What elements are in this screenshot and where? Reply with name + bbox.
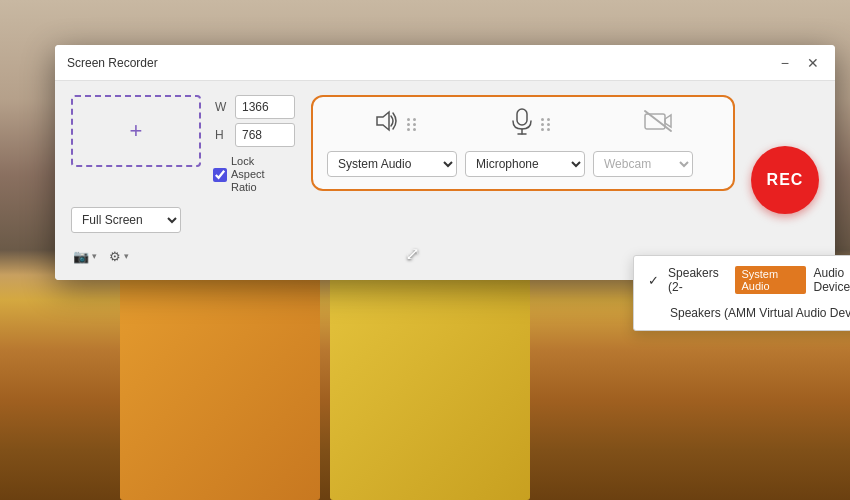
dropdown-item-speakers[interactable]: ✓ Speakers (2- System Audio Audio Device… — [634, 260, 850, 300]
screen-recorder-window: Screen Recorder − ✕ + W H — [55, 45, 835, 280]
rec-button[interactable]: REC — [751, 146, 819, 214]
check-mark-icon: ✓ — [648, 273, 660, 288]
dropdown-item-suffix-1: Audio Device) — [814, 266, 851, 294]
dropdown-item-label-2: Speakers (AMM Virtual Audio Device) — [670, 306, 850, 320]
webcam-icon — [643, 109, 673, 139]
dimensions-panel: W H Lock Aspect Ratio — [213, 95, 295, 195]
bottom-left-row: Full Screen — [71, 207, 295, 233]
screen-selector-box[interactable]: + — [71, 95, 201, 167]
webcam-select[interactable]: Webcam — [593, 151, 693, 177]
title-bar-controls: − ✕ — [777, 54, 823, 72]
main-content: + W H Lock Aspect Ratio — [55, 81, 835, 280]
webcam-icon-group — [643, 109, 673, 139]
system-audio-select[interactable]: System Audio — [327, 151, 457, 177]
lock-aspect-label: Lock Aspect Ratio — [231, 155, 281, 195]
av-icons-row — [327, 107, 719, 141]
svg-marker-0 — [377, 112, 389, 130]
title-bar: Screen Recorder − ✕ — [55, 45, 835, 81]
speaker-icon — [373, 109, 401, 139]
height-row: H — [215, 123, 295, 147]
mic-grid-dots — [541, 118, 551, 131]
width-row: W — [215, 95, 295, 119]
settings-icon: ⚙ — [109, 249, 121, 264]
empty-check-icon: ✓ — [648, 306, 662, 320]
lock-aspect-checkbox[interactable] — [213, 168, 227, 182]
av-panel: System Audio Microphone Webcam ✓ Speaker… — [311, 95, 735, 191]
dropdown-item-amm[interactable]: ✓ Speakers (AMM Virtual Audio Device) — [634, 300, 850, 326]
microphone-select[interactable]: Microphone — [465, 151, 585, 177]
width-label: W — [215, 100, 229, 114]
system-audio-dropdown-popup: ✓ Speakers (2- System Audio Audio Device… — [633, 255, 850, 331]
camera-chevron-icon: ▾ — [92, 251, 97, 261]
microphone-icon-group — [509, 107, 551, 141]
settings-chevron-icon: ▾ — [124, 251, 129, 261]
height-input[interactable] — [235, 123, 295, 147]
microphone-icon — [509, 107, 535, 141]
svg-rect-1 — [517, 109, 527, 125]
system-audio-icon-group — [373, 109, 417, 139]
height-label: H — [215, 128, 229, 142]
close-button[interactable]: ✕ — [803, 54, 823, 72]
svg-marker-5 — [665, 115, 671, 127]
camera-icon: 📷 — [73, 249, 89, 264]
settings-tool-button[interactable]: ⚙ ▾ — [107, 247, 131, 266]
left-panel: + W H Lock Aspect Ratio — [71, 95, 295, 266]
icon-tools-row: 📷 ▾ ⚙ ▾ — [71, 247, 295, 266]
speaker-grid-dots — [407, 118, 417, 131]
minimize-button[interactable]: − — [777, 54, 793, 72]
dropdown-highlight-label: System Audio — [735, 266, 805, 294]
dropdown-item-label-1: Speakers (2- — [668, 266, 727, 294]
svg-rect-4 — [645, 114, 665, 129]
av-dropdowns-row: System Audio Microphone Webcam — [327, 151, 719, 177]
lock-aspect-group: Lock Aspect Ratio — [213, 155, 295, 195]
window-title: Screen Recorder — [67, 56, 158, 70]
add-region-icon: + — [130, 118, 143, 144]
fullscreen-select[interactable]: Full Screen — [71, 207, 181, 233]
move-cursor-icon: ⤢ — [405, 243, 420, 265]
width-input[interactable] — [235, 95, 295, 119]
camera-tool-button[interactable]: 📷 ▾ — [71, 247, 99, 266]
